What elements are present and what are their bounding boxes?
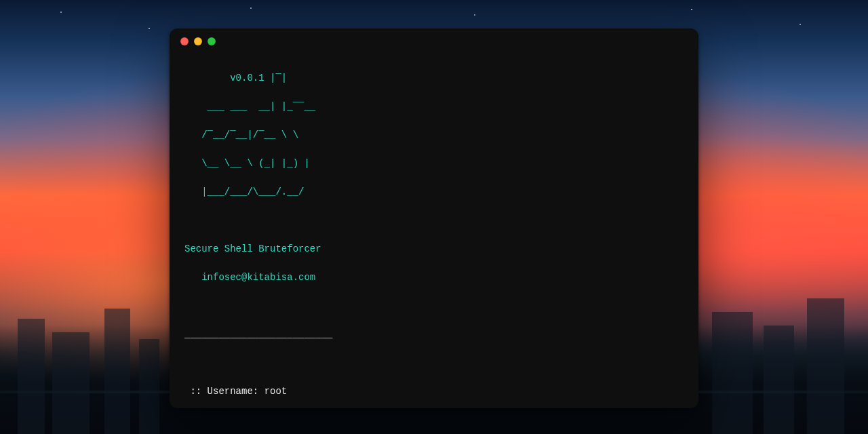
ascii-banner-line: |___/___/\___/.__/ [184,185,684,199]
config-row-username: :: Username: root [184,384,684,399]
terminal-window[interactable]: v0.0.1 |‾| ___ ___ __| |_‾‾__ /‾__/‾__|/… [170,28,698,408]
ascii-banner-line: v0.0.1 |‾| [184,71,684,85]
window-titlebar[interactable] [170,28,698,54]
window-zoom-icon[interactable] [208,37,216,45]
terminal-output: v0.0.1 |‾| ___ ___ __| |_‾‾__ /‾__/‾__|/… [170,54,698,408]
window-close-icon[interactable] [180,37,189,45]
app-contact: infosec@kitabisa.com [184,271,684,285]
label: :: Username: [184,384,264,399]
app-title: Secure Shell Bruteforcer [184,242,684,256]
separator-line: __________________________ [184,328,684,342]
value: root [264,384,288,399]
ascii-banner-line: ___ ___ __| |_‾‾__ [184,100,684,114]
ascii-banner-line: /‾__/‾__|/‾__ \ \ [184,128,684,142]
window-minimize-icon[interactable] [194,37,202,45]
ascii-banner-line: \__ \__ \ (_| |_) | [184,157,684,171]
